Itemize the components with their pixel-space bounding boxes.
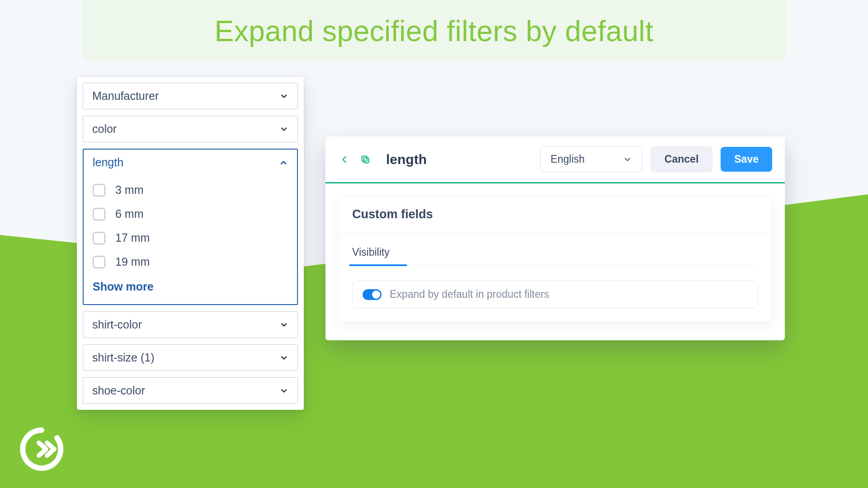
tab-visibility[interactable]: Visibility bbox=[352, 246, 390, 266]
filter-length-header[interactable]: length bbox=[84, 150, 297, 175]
filter-shoe-color-label: shoe-color bbox=[92, 384, 145, 397]
panel-title: length bbox=[386, 152, 427, 167]
language-select-value: English bbox=[551, 153, 585, 165]
tab-row: Visibility bbox=[352, 246, 758, 266]
chevron-down-icon bbox=[279, 386, 288, 395]
filter-shirt-size[interactable]: shirt-size (1) bbox=[83, 344, 298, 371]
page-banner: Expand specified filters by default bbox=[81, 0, 787, 62]
filter-option-label: 6 mm bbox=[115, 207, 144, 221]
chevron-down-icon bbox=[279, 320, 288, 329]
filter-length: length 3 mm 6 mm 17 mm 19 mm Show mor bbox=[83, 149, 298, 305]
filter-shirt-color-label: shirt-color bbox=[92, 318, 142, 331]
custom-fields-card: Custom fields Visibility Expand by defau… bbox=[338, 196, 772, 322]
filter-option[interactable]: 3 mm bbox=[93, 178, 288, 202]
page-title: Expand specified filters by default bbox=[215, 14, 654, 48]
expand-by-default-toggle[interactable] bbox=[363, 289, 382, 300]
chevron-up-icon bbox=[279, 158, 288, 167]
filter-option-label: 17 mm bbox=[115, 231, 150, 244]
filter-color-label: color bbox=[92, 122, 117, 136]
filter-manufacturer[interactable]: Manufacturer bbox=[83, 83, 298, 109]
filter-length-label: length bbox=[93, 156, 123, 169]
language-select[interactable]: English bbox=[540, 146, 642, 172]
expand-by-default-row: Expand by default in product filters bbox=[352, 281, 758, 308]
chevron-down-icon bbox=[279, 125, 288, 134]
filter-sidebar: Manufacturer color length 3 mm bbox=[77, 77, 304, 410]
show-more-link[interactable]: Show more bbox=[93, 274, 288, 293]
filter-manufacturer-label: Manufacturer bbox=[92, 89, 159, 103]
brand-logo-icon bbox=[19, 427, 64, 472]
chevron-down-icon bbox=[279, 92, 288, 101]
filter-option[interactable]: 17 mm bbox=[93, 226, 288, 250]
back-icon[interactable] bbox=[338, 153, 351, 166]
copy-icon[interactable] bbox=[359, 153, 372, 166]
svg-rect-1 bbox=[362, 156, 367, 161]
filter-option[interactable]: 6 mm bbox=[93, 202, 288, 226]
filter-option-label: 19 mm bbox=[115, 255, 150, 268]
checkbox[interactable] bbox=[93, 256, 105, 268]
accent-divider bbox=[326, 182, 785, 183]
filter-option-label: 3 mm bbox=[115, 183, 144, 197]
filter-shirt-color[interactable]: shirt-color bbox=[83, 311, 298, 338]
chevron-down-icon bbox=[279, 353, 288, 362]
filter-option[interactable]: 19 mm bbox=[93, 250, 288, 274]
filter-shirt-size-label: shirt-size (1) bbox=[92, 351, 155, 364]
chevron-down-icon bbox=[623, 155, 632, 164]
checkbox[interactable] bbox=[93, 184, 105, 197]
settings-panel: length English Cancel Save Custom fields… bbox=[326, 136, 785, 340]
svg-rect-0 bbox=[363, 158, 368, 163]
save-button[interactable]: Save bbox=[721, 147, 772, 172]
filter-color[interactable]: color bbox=[83, 116, 298, 142]
checkbox[interactable] bbox=[93, 208, 105, 221]
filter-shoe-color[interactable]: shoe-color bbox=[83, 377, 298, 404]
cancel-button[interactable]: Cancel bbox=[651, 146, 712, 172]
expand-by-default-label: Expand by default in product filters bbox=[390, 288, 549, 300]
card-title: Custom fields bbox=[339, 197, 772, 233]
checkbox[interactable] bbox=[93, 232, 105, 244]
